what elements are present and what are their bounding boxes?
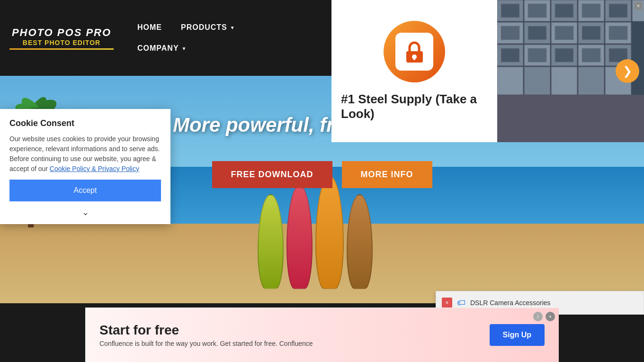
ad-bottom-banner: i × Start for free Confluence is built f… bbox=[85, 308, 559, 362]
chevron-right-icon: ❯ bbox=[623, 64, 632, 78]
ad-next-button[interactable]: ❯ bbox=[616, 59, 639, 83]
nav-row-2: COMPANY ▼ bbox=[133, 40, 240, 56]
svg-rect-13 bbox=[609, 4, 627, 18]
ad-left-panel: #1 Steel Supply (Take a Look) bbox=[331, 0, 497, 142]
ad-small-close-button[interactable]: × bbox=[442, 298, 452, 308]
svg-rect-7 bbox=[528, 4, 546, 18]
surfboard-red bbox=[286, 185, 313, 289]
svg-rect-5 bbox=[501, 4, 519, 18]
nav-row-1: HOME PRODUCTS ▼ bbox=[133, 19, 240, 36]
surfboard-wood bbox=[347, 194, 373, 289]
svg-rect-28 bbox=[528, 48, 546, 62]
cookie-title: Cookie Consent bbox=[9, 118, 161, 128]
company-dropdown-icon: ▼ bbox=[182, 46, 187, 51]
ad-banner-top: × #1 Steel Supply (Take a Look) bbox=[331, 0, 644, 142]
svg-rect-2 bbox=[413, 57, 415, 60]
ad-title: #1 Steel Supply (Take a Look) bbox=[341, 92, 488, 121]
svg-rect-18 bbox=[528, 26, 546, 40]
ad-bottom-title: Start for free bbox=[99, 323, 475, 338]
logo-divider bbox=[9, 48, 114, 50]
svg-rect-16 bbox=[501, 26, 519, 40]
ad-bottom-close-button[interactable]: × bbox=[546, 312, 555, 321]
ad-banner-inner: #1 Steel Supply (Take a Look) bbox=[331, 0, 644, 142]
svg-rect-36 bbox=[524, 67, 550, 95]
cookie-accept-button[interactable]: Accept bbox=[9, 180, 161, 201]
ad-bottom-info-button[interactable]: i bbox=[533, 312, 543, 321]
ad-bottom-content: Start for free Confluence is built for t… bbox=[99, 323, 475, 347]
svg-rect-35 bbox=[497, 67, 523, 95]
logo-top-text: PHOTO POS PRO bbox=[12, 27, 111, 39]
svg-rect-30 bbox=[555, 48, 573, 62]
nav-home-label: HOME bbox=[137, 23, 162, 32]
nav-products[interactable]: PRODUCTS ▼ bbox=[176, 19, 240, 36]
ad-bottom-subtitle: Confluence is built for the way you work… bbox=[99, 340, 475, 347]
free-download-button[interactable]: FREE DOWNLOAD bbox=[212, 161, 332, 188]
nav-products-label: PRODUCTS bbox=[181, 23, 227, 32]
nav-company[interactable]: COMPANY ▼ bbox=[133, 40, 192, 56]
svg-rect-22 bbox=[582, 26, 600, 40]
svg-rect-20 bbox=[555, 26, 573, 40]
cookie-policy-link[interactable]: Cookie Policy & Privacy Policy bbox=[50, 165, 139, 172]
nav-home[interactable]: HOME bbox=[133, 19, 167, 36]
surfboard-orange bbox=[315, 175, 344, 289]
main-nav: HOME PRODUCTS ▼ COMPANY ▼ bbox=[133, 19, 240, 56]
ad-bottom-controls: i × bbox=[533, 312, 555, 321]
svg-rect-38 bbox=[578, 67, 604, 95]
ad-icon-circle bbox=[384, 21, 445, 82]
close-icon: × bbox=[445, 299, 448, 306]
products-dropdown-icon: ▼ bbox=[230, 25, 235, 30]
cookie-consent-dialog: Cookie Consent Our website uses cookies … bbox=[0, 109, 170, 224]
svg-rect-24 bbox=[609, 26, 627, 40]
svg-rect-26 bbox=[501, 48, 519, 62]
cookie-body-text: Our website uses cookies to provide your… bbox=[9, 134, 161, 174]
ad-small-text: DSLR Camera Accessories bbox=[470, 299, 551, 307]
chevron-down-icon: ⌄ bbox=[82, 207, 89, 217]
ad-bottom-signup-button[interactable]: Sign Up bbox=[490, 324, 545, 346]
tag-icon: 🏷 bbox=[457, 298, 465, 308]
svg-rect-32 bbox=[582, 48, 600, 62]
ad-top-close-button[interactable]: × bbox=[635, 2, 642, 9]
svg-rect-11 bbox=[582, 4, 600, 18]
cookie-collapse-button[interactable]: ⌄ bbox=[9, 205, 161, 219]
logo: PHOTO POS PRO BEST PHOTO EDITOR bbox=[9, 27, 114, 50]
svg-rect-9 bbox=[555, 4, 573, 18]
surfboard-green bbox=[258, 194, 284, 289]
surfboards bbox=[258, 175, 373, 289]
logo-bottom-text: BEST PHOTO EDITOR bbox=[23, 39, 100, 46]
more-info-button[interactable]: MORE INFO bbox=[342, 161, 432, 188]
svg-rect-37 bbox=[551, 67, 577, 95]
ad-lock-icon bbox=[395, 33, 433, 71]
nav-company-label: COMPANY bbox=[137, 44, 179, 53]
